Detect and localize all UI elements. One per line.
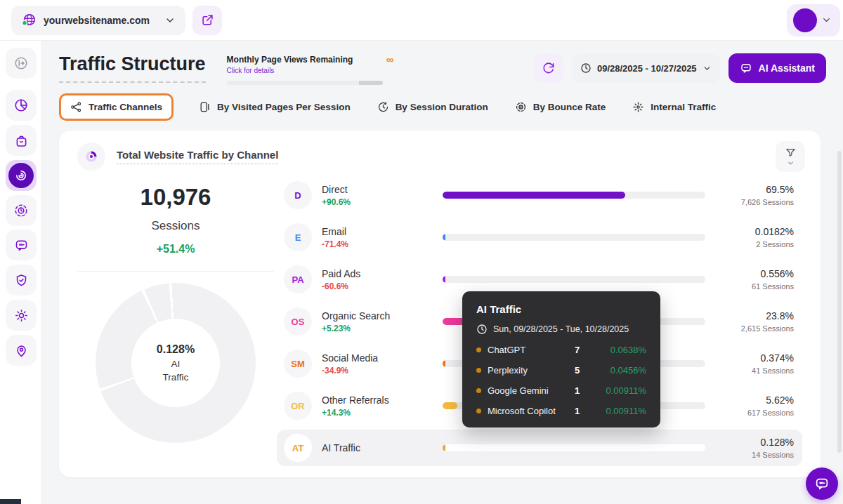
channel-badge: E bbox=[284, 223, 312, 251]
sidebar-item-dashboard[interactable] bbox=[6, 90, 37, 121]
channel-row[interactable]: E Email -71.4% 0.0182% 2 Sessions bbox=[277, 216, 802, 258]
tab-bounce-rate[interactable]: By Bounce Rate bbox=[514, 95, 608, 119]
click-for-details-link[interactable]: Click for details bbox=[227, 67, 394, 74]
tab-visited-pages[interactable]: By Visited Pages Per Session bbox=[197, 95, 352, 119]
sidebar-collapse[interactable] bbox=[6, 48, 37, 79]
tab-label: By Session Duration bbox=[396, 102, 488, 112]
channel-percentage: 0.374% bbox=[717, 352, 794, 364]
card-title: Total Website Traffic by Channel bbox=[117, 149, 278, 164]
donut-center: 0.128% AI Traffic bbox=[131, 319, 220, 407]
channel-delta: +14.3% bbox=[322, 408, 434, 418]
chat-bubble-icon bbox=[814, 476, 830, 491]
ai-source-pct: 0.00911% bbox=[596, 406, 646, 416]
total-sessions-delta: +51.4% bbox=[77, 243, 274, 256]
bullet-icon bbox=[476, 347, 481, 352]
channel-name: Direct bbox=[322, 184, 434, 195]
ai-source-count: 5 bbox=[575, 365, 596, 376]
date-range-value: 09/28/2025 - 10/27/2025 bbox=[597, 63, 697, 74]
channel-row[interactable]: D Direct +90.6% 69.5% 7,626 Sessions bbox=[277, 174, 802, 216]
collapse-icon bbox=[13, 55, 29, 71]
date-range-picker[interactable]: 09/28/2025 - 10/27/2025 bbox=[572, 53, 720, 83]
tab-label: By Bounce Rate bbox=[533, 102, 606, 112]
chevron-down-icon bbox=[702, 64, 712, 73]
card-body: 10,976 Sessions +51.4% 0.128% AI Traffic… bbox=[59, 171, 821, 466]
channel-percentage: 0.128% bbox=[717, 437, 794, 448]
channel-bar-track bbox=[443, 192, 705, 199]
shopping-bag-icon bbox=[14, 133, 29, 148]
filter-button[interactable] bbox=[776, 141, 805, 172]
sidebar-item-settings[interactable] bbox=[6, 300, 37, 331]
pages-icon bbox=[199, 101, 211, 113]
traffic-by-channel-card: Total Website Traffic by Channel 10,976 … bbox=[59, 131, 821, 477]
account-menu[interactable] bbox=[787, 4, 840, 37]
channel-delta: -71.4% bbox=[322, 239, 434, 249]
channel-percentage: 23.8% bbox=[717, 310, 794, 321]
sidebar-item-traffic[interactable] bbox=[6, 160, 37, 191]
channel-bar-track bbox=[443, 444, 705, 451]
ai-traffic-tooltip: AI Traffic Sun, 09/28/2025 - Tue, 10/28/… bbox=[462, 291, 660, 427]
ai-source-count: 1 bbox=[575, 385, 596, 396]
channel-delta: -60.6% bbox=[322, 281, 434, 291]
channel-name: Paid Ads bbox=[322, 268, 434, 279]
open-website-button[interactable] bbox=[192, 6, 222, 35]
page-views-progressbar bbox=[227, 81, 383, 85]
tooltip-rows: ChatGPT 7 0.0638% Perplexity 5 0.0456% G… bbox=[476, 345, 646, 416]
tab-internal-traffic[interactable]: Internal Traffic bbox=[631, 95, 717, 119]
support-chat-button[interactable] bbox=[806, 467, 838, 500]
channel-bar-fill bbox=[443, 192, 625, 199]
channel-name: Other Referrals bbox=[322, 394, 434, 406]
external-link-icon bbox=[201, 13, 214, 27]
tab-session-duration[interactable]: By Session Duration bbox=[376, 95, 490, 119]
channel-bar-fill bbox=[443, 444, 445, 451]
sidebar-item-security[interactable] bbox=[6, 265, 37, 296]
channel-badge: AT bbox=[284, 434, 312, 462]
scrollbar-thumb[interactable] bbox=[837, 151, 842, 453]
sidebar bbox=[0, 41, 42, 504]
tooltip-date-range: Sun, 09/28/2025 - Tue, 10/28/2025 bbox=[493, 324, 629, 334]
channel-sessions: 617 Sessions bbox=[717, 409, 794, 417]
total-sessions-value: 10,976 bbox=[77, 184, 274, 211]
channel-percentage: 0.556% bbox=[717, 268, 794, 279]
channel-bar-fill bbox=[443, 234, 445, 241]
tooltip-row: Microsoft Copilot 1 0.00911% bbox=[476, 406, 646, 416]
tooltip-row: ChatGPT 7 0.0638% bbox=[476, 345, 646, 355]
channel-badge: PA bbox=[284, 265, 312, 293]
refresh-button[interactable] bbox=[534, 53, 563, 83]
chevron-down-icon bbox=[821, 15, 832, 25]
channel-row[interactable]: AT AI Traffic 0.128% 14 Sessions bbox=[277, 430, 802, 466]
channel-sessions: 2 Sessions bbox=[717, 240, 794, 248]
chevron-down-icon bbox=[787, 159, 795, 167]
tooltip-row: Perplexity 5 0.0456% bbox=[476, 365, 646, 376]
channel-name: Organic Search bbox=[322, 310, 434, 321]
site-name: yourwebsitename.com bbox=[44, 15, 157, 26]
ai-assistant-button[interactable]: AI Assistant bbox=[728, 53, 826, 83]
network-icon bbox=[70, 101, 82, 113]
channel-donut-chart[interactable]: 0.128% AI Traffic bbox=[96, 283, 256, 443]
sidebar-item-recordings[interactable] bbox=[6, 195, 37, 226]
donut-center-line1: AI bbox=[171, 359, 181, 369]
ai-source-name: ChatGPT bbox=[488, 345, 575, 355]
sparkle-icon bbox=[632, 101, 644, 113]
channel-bar-fill bbox=[443, 276, 445, 283]
channel-percentage: 69.5% bbox=[717, 184, 794, 195]
donut-center-line2: Traffic bbox=[163, 372, 189, 383]
channel-delta: -34.9% bbox=[322, 366, 434, 376]
sidebar-item-ecommerce[interactable] bbox=[6, 125, 37, 156]
tab-traffic-channels[interactable]: Traffic Channels bbox=[59, 93, 174, 121]
ai-source-name: Perplexity bbox=[488, 365, 575, 376]
channel-name: Email bbox=[322, 226, 434, 237]
ai-source-name: Google Gemini bbox=[488, 385, 575, 396]
sidebar-item-feedback[interactable] bbox=[6, 230, 37, 260]
channel-percentage: 0.0182% bbox=[717, 226, 794, 237]
ai-source-name: Microsoft Copilot bbox=[488, 406, 575, 416]
session-record-icon bbox=[13, 203, 29, 218]
sidebar-item-location[interactable] bbox=[6, 335, 37, 366]
channel-name: Social Media bbox=[322, 352, 434, 364]
bottom-corner-strip bbox=[0, 499, 21, 504]
site-selector[interactable]: yourwebsitename.com bbox=[11, 6, 185, 35]
bullet-icon bbox=[476, 368, 481, 373]
donut-center-pct: 0.128% bbox=[157, 343, 195, 356]
funnel-icon bbox=[785, 147, 797, 159]
page-views-label: Monthly Page Views Remaining bbox=[227, 55, 394, 65]
session-clock-icon bbox=[377, 101, 389, 113]
